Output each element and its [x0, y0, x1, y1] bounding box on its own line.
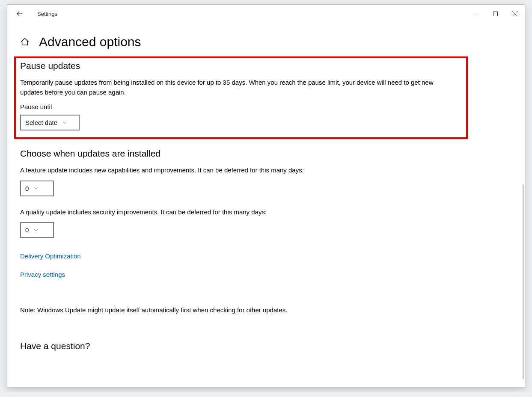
window-controls: [466, 5, 525, 23]
feature-update-block: A feature update includes new capabiliti…: [20, 166, 512, 196]
feature-update-description: A feature update includes new capabiliti…: [20, 166, 450, 175]
chevron-down-icon: [33, 185, 39, 191]
update-note: Note: Windows Update might update itself…: [20, 305, 450, 315]
quality-update-block: A quality update includes security impro…: [20, 207, 512, 238]
chevron-down-icon: [33, 227, 39, 233]
chevron-down-icon: [62, 120, 68, 126]
home-icon[interactable]: [20, 37, 30, 47]
quality-defer-dropdown[interactable]: 0: [20, 222, 54, 238]
titlebar-left: Settings: [15, 9, 57, 18]
pause-until-value: Select date: [25, 119, 57, 126]
quality-defer-value: 0: [25, 226, 29, 234]
feature-defer-value: 0: [25, 185, 29, 192]
maximize-icon: [493, 12, 498, 16]
settings-window: Settings Advanced options Pause u: [7, 4, 525, 388]
page-title: Advanced options: [39, 35, 141, 49]
have-a-question-heading: Have a question?: [20, 341, 512, 351]
minimize-button[interactable]: [466, 5, 485, 23]
page-header: Advanced options: [7, 23, 525, 56]
arrow-left-icon: [16, 10, 24, 18]
privacy-settings-link[interactable]: Privacy settings: [20, 271, 65, 278]
scrollbar[interactable]: [523, 184, 524, 379]
back-button[interactable]: [15, 9, 24, 18]
app-title: Settings: [37, 11, 57, 17]
close-button[interactable]: [505, 5, 525, 23]
minimize-icon: [473, 12, 478, 16]
pause-updates-description: Temporarily pause updates from being ins…: [20, 78, 450, 97]
pause-until-label: Pause until: [20, 103, 461, 110]
feature-defer-dropdown[interactable]: 0: [20, 181, 54, 196]
titlebar: Settings: [7, 5, 525, 23]
links-block: Delivery Optimization Privacy settings: [20, 249, 512, 286]
content-area: Pause updates Temporarily pause updates …: [7, 56, 525, 367]
close-icon: [512, 11, 517, 16]
choose-when-heading: Choose when updates are installed: [20, 148, 512, 159]
pause-until-dropdown[interactable]: Select date: [20, 115, 80, 130]
pause-updates-heading: Pause updates: [20, 61, 461, 71]
maximize-button[interactable]: [485, 5, 505, 23]
svg-rect-2: [493, 12, 497, 16]
delivery-optimization-link[interactable]: Delivery Optimization: [20, 252, 81, 260]
pause-updates-section: Pause updates Temporarily pause updates …: [14, 56, 468, 139]
quality-update-description: A quality update includes security impro…: [20, 207, 450, 217]
